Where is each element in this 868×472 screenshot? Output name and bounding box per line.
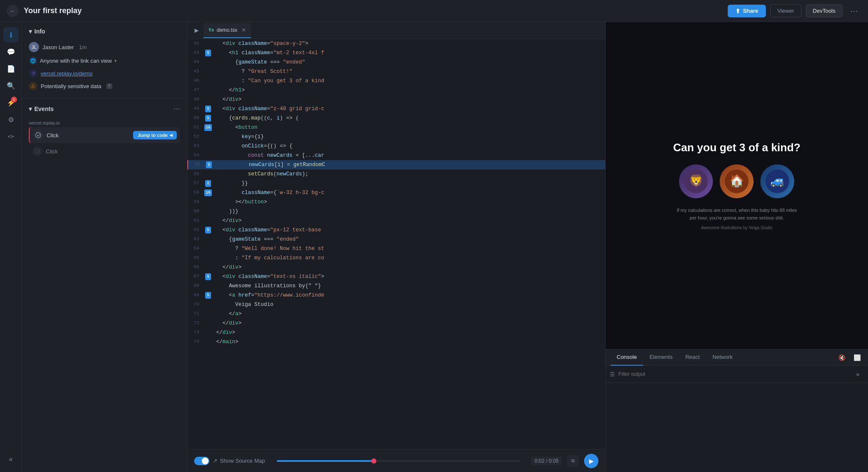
expand-panel-icon[interactable]: ⬜ [851,352,863,364]
code-line-60: 60 ))} [187,207,605,216]
preview-caption: If my calculations are correct, when thi… [673,207,800,222]
code-line-47: 47 </h1> [187,86,605,95]
code-line-64: 64 ? "Well done! Now hit the st [187,244,605,253]
code-line-45: 45 ? "Great Scott!" [187,67,605,76]
document-icon: 📄 [7,65,15,73]
frame-button[interactable]: ⧉ [567,455,579,467]
share-button[interactable]: ⬆ Share [728,5,766,17]
info-section-label: Info [34,28,45,35]
code-line-70: 70 Veiga Studio [187,300,605,309]
code-line-42: 42 <div className="space-y-2"> [187,39,605,48]
event-item-click-1[interactable]: Click Jump to code ◀ [29,127,180,143]
code-line-72: 72 </div> [187,319,605,328]
events-section-label: Events [34,106,54,112]
console-output [606,383,868,472]
share-icon: ⬆ [735,8,740,14]
preview-title: Can you get 3 of a kind? [673,141,800,154]
sidebar-item-info[interactable]: ℹ [3,27,19,42]
event-group-label: vercel.replay.io [29,118,180,127]
play-button[interactable]: ▶ [584,454,598,468]
event-label-click-2: Click [46,148,177,155]
code-area[interactable]: 42 <div className="space-y-2"> 43 5 <h1 … [187,39,605,449]
link-permission-text: Anyone with the link can view [40,58,112,64]
svg-point-0 [36,133,41,138]
vercel-icon: ↺ [29,69,37,78]
timeline-thumb[interactable] [371,458,376,464]
more-menu-button[interactable]: ⋯ [847,5,861,17]
back-button[interactable]: ← [7,5,19,17]
code-line-54: 54 const newCards = [...car [187,151,605,160]
globe-icon: 🌐 [29,56,37,65]
cards-row: 🦁 🏠 🚙 [673,164,800,198]
info-user-row: JL Jason Laster 1m [29,40,180,54]
topbar: ← Your first replay ⬆ Share Viewer DevTo… [0,0,868,22]
code-line-66: 66 </div> [187,263,605,272]
sidebar-item-search[interactable]: 🔍 [3,78,19,93]
tab-filename: demo.tsx [217,27,237,33]
click-event-icon-1 [33,130,43,140]
code-line-69: 69 5 <a href="https://www.iconfinde [187,291,605,300]
viewer-button[interactable]: Viewer [770,4,801,17]
code-line-55: 55 2 newCards[i] = getRandomC [187,160,605,169]
events-more-button[interactable]: ⋯ [173,105,180,113]
devtools-button[interactable]: DevTools [806,4,843,17]
preview-subcaption: Awesome illustrations by Veiga Studio [673,225,800,230]
devtools-tabs: Console Elements React Network 🔇 ⬜ [606,350,868,366]
code-icon: <> [8,133,14,139]
source-map-label[interactable]: ↗ Show Source Map [213,458,265,464]
mute-icon[interactable]: 🔇 [836,352,848,364]
sidebar-item-activity[interactable]: ⚡ 1 [3,95,19,110]
event-item-click-2[interactable]: Click [29,143,180,159]
replay-url[interactable]: vercel.replay.io/demo [41,70,93,77]
info-icon: ℹ [10,31,12,39]
sensitive-icon: ⚠ [29,82,37,90]
code-line-73: 73 </div> [187,328,605,337]
editor-panel: ▶ ts demo.tsx ✕ 42 <div className="space… [187,22,605,472]
card-2[interactable]: 🏠 [720,164,754,198]
source-map-switch[interactable] [194,457,209,465]
editor-play-button[interactable]: ▶ [191,25,203,36]
events-section-header[interactable]: ▾ Events [29,106,54,112]
tab-close-button[interactable]: ✕ [242,27,246,33]
svg-text:🦁: 🦁 [689,174,704,188]
avatar: JL [29,42,39,52]
editor-tab-demo[interactable]: ts demo.tsx ✕ [203,23,251,38]
sidebar-collapse-button[interactable]: « [3,452,19,467]
code-line-74: 74 </main> [187,337,605,347]
devtools-body: ☰ » [606,366,868,472]
tab-elements[interactable]: Elements [644,350,679,366]
editor-bottom-bar: ↗ Show Source Map 0:02 / 0:05 ⧉ ▶ [187,449,605,472]
dropdown-arrow-icon[interactable]: ▾ [114,58,117,63]
code-line-62: 62 5 <div className="px-12 text-base [187,225,605,235]
code-line-50: 50 5 {cards.map((c, i) => ( [187,114,605,123]
code-line-57: 57 2 }} [187,179,605,188]
card-3[interactable]: 🚙 [760,164,794,198]
help-badge[interactable]: ? [106,83,112,89]
card-1[interactable]: 🦁 [679,164,713,198]
timeline-bar[interactable] [277,460,519,462]
comment-icon: 💬 [7,48,15,56]
main-content: ℹ 💬 📄 🔍 ⚡ 1 ⚙ <> « ▾ Info [0,22,868,472]
sidebar-item-document[interactable]: 📄 [3,61,19,76]
code-line-43: 43 5 <h1 className="mt-2 text-4xl f [187,48,605,58]
code-line-58: 58 15 className={`w-32 h-32 bg-c [187,188,605,197]
info-section-header[interactable]: ▾ Info [29,28,180,35]
tab-console[interactable]: Console [611,350,643,366]
collapse-icon: « [9,455,13,463]
code-line-44: 44 {gameState === "ended" [187,58,605,67]
expand-button[interactable]: » [852,368,864,380]
tab-react[interactable]: React [679,350,706,366]
info-chevron-icon: ▾ [29,28,32,35]
sidebar-item-settings[interactable]: ⚙ [3,112,19,127]
sidebar-item-code[interactable]: <> [3,129,19,144]
devtools-panel: Console Elements React Network 🔇 ⬜ ☰ » [606,349,868,472]
tab-network[interactable]: Network [707,350,739,366]
jump-to-code-button[interactable]: Jump to code ◀ [133,131,177,139]
filter-input[interactable] [618,371,849,377]
code-line-53: 53 onClick={() => { [187,142,605,151]
sidebar-item-comments[interactable]: 💬 [3,44,19,59]
sidebar-icons: ℹ 💬 📄 🔍 ⚡ 1 ⚙ <> « [0,22,22,472]
typescript-icon: ts [209,27,214,33]
code-line-63: 63 {gameState === "ended" [187,235,605,244]
svg-text:🏠: 🏠 [729,174,744,188]
